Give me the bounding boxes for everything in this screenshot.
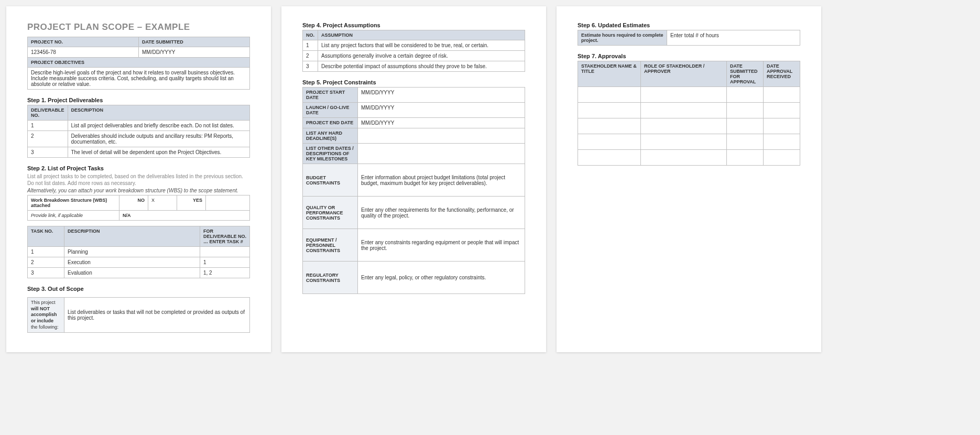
- header-task-desc: DESCRIPTION: [64, 226, 200, 247]
- cell-regulatory: Enter any legal, policy, or other regula…: [358, 262, 525, 294]
- step-6-heading: Step 6. Updated Estimates: [578, 22, 800, 28]
- wbs-link-value: N/A: [119, 211, 250, 221]
- cell-date-submitted: MM/DD/YYYY: [139, 47, 250, 58]
- wbs-no-value: X: [148, 195, 177, 211]
- cell-deliv-desc: List all project deliverables and briefl…: [68, 121, 249, 131]
- assumptions-table: NO. ASSUMPTION 1List any project factors…: [302, 30, 525, 72]
- cell-empty: [727, 150, 764, 166]
- page-1: PROJECT PLAN SCOPE – EXAMPLE PROJECT NO.…: [6, 6, 271, 352]
- cell-task-desc: Execution: [64, 257, 200, 268]
- cell-empty: [578, 134, 641, 150]
- cell-task-no: 1: [28, 247, 64, 257]
- cell-assume-desc: Describe potential impact of assumptions…: [318, 61, 525, 72]
- step-7-heading: Step 7. Approvals: [578, 53, 800, 59]
- cell-task-for: 1, 2: [200, 268, 250, 278]
- oos-side-a: This project: [31, 300, 56, 305]
- cell-deliv-no: 2: [28, 131, 68, 147]
- cell-empty: [764, 103, 800, 118]
- oos-side-b: will NOT accomplish or include: [31, 306, 57, 323]
- cell-deliv-desc: The level of detail will be dependent up…: [68, 147, 249, 158]
- table-row: 2Execution1: [28, 257, 250, 268]
- label-quality: QUALITY OR PERFORMANCE CONSTRAINTS: [303, 197, 358, 229]
- cell-empty: [764, 118, 800, 134]
- step-2-note-2: Alternatively, you can attach your work …: [27, 188, 250, 193]
- cell-assume-no: 1: [303, 40, 318, 51]
- cell-deliv-desc: Deliverables should include outputs and …: [68, 131, 249, 147]
- table-row: [578, 118, 800, 134]
- header-deliverable-desc: DESCRIPTION: [68, 105, 249, 121]
- wbs-yes-value: [206, 195, 250, 211]
- step-3-heading: Step 3. Out of Scope: [27, 286, 250, 292]
- cell-quality: Enter any other requirements for the fun…: [358, 197, 525, 229]
- cell-empty: [764, 87, 800, 103]
- cell-empty: [727, 87, 764, 103]
- cell-estimate-hours: Enter total # of hours: [667, 30, 800, 46]
- table-row: 1Planning: [28, 247, 250, 257]
- wbs-yes-label: YES: [177, 195, 206, 211]
- cell-empty: [727, 118, 764, 134]
- page-2: Step 4. Project Assumptions NO. ASSUMPTI…: [281, 6, 546, 352]
- header-stakeholder-name: STAKEHOLDER NAME & TITLE: [578, 61, 641, 87]
- cell-empty: [727, 134, 764, 150]
- constraints-table: PROJECT START DATEMM/DD/YYYY LAUNCH / GO…: [302, 87, 525, 294]
- header-task-no: TASK NO.: [28, 226, 64, 247]
- header-date-received: DATE APPROVAL RECEIVED: [764, 61, 800, 87]
- cell-empty: [641, 118, 727, 134]
- wbs-table: Work Breakdown Structure (WBS) attached …: [27, 195, 250, 221]
- oos-side-c: the following:: [31, 324, 59, 330]
- table-row: [578, 103, 800, 118]
- tasks-table: TASK NO. DESCRIPTION FOR DELIVERABLE NO.…: [27, 226, 250, 278]
- table-row: 3Evaluation1, 2: [28, 268, 250, 278]
- cell-hard-deadlines: [358, 128, 525, 144]
- table-row: 1List all project deliverables and brief…: [28, 121, 250, 131]
- header-assume-desc: ASSUMPTION: [318, 30, 525, 40]
- cell-task-no: 3: [28, 268, 64, 278]
- cell-assume-desc: Assumptions generally involve a certain …: [318, 51, 525, 61]
- label-equipment: EQUIPMENT / PERSONNEL CONSTRAINTS: [303, 229, 358, 262]
- deliverables-table: DELIVERABLE NO. DESCRIPTION 1List all pr…: [27, 105, 250, 158]
- cell-task-no: 2: [28, 257, 64, 268]
- table-row: 2Assumptions generally involve a certain…: [303, 51, 525, 61]
- table-row: 3Describe potential impact of assumption…: [303, 61, 525, 72]
- table-row: 3The level of detail will be dependent u…: [28, 147, 250, 158]
- project-info-table: PROJECT NO. DATE SUBMITTED 123456-78 MM/…: [27, 37, 250, 90]
- table-row: [578, 134, 800, 150]
- step-1-heading: Step 1. Project Deliverables: [27, 97, 250, 103]
- cell-assume-desc: List any project factors that will be co…: [318, 40, 525, 51]
- cell-empty: [764, 134, 800, 150]
- step-2-note-1: List all project tasks to be completed, …: [27, 173, 250, 187]
- label-hard-deadlines: LIST ANY HARD DEADLINE(S): [303, 128, 358, 144]
- cell-empty: [641, 103, 727, 118]
- cell-empty: [578, 118, 641, 134]
- page-3: Step 6. Updated Estimates Estimate hours…: [557, 6, 821, 352]
- cell-start-date: MM/DD/YYYY: [358, 88, 525, 103]
- header-project-objectives: PROJECT OBJECTIVES: [28, 58, 250, 68]
- oos-body: List deliverables or tasks that will not…: [64, 298, 250, 333]
- cell-assume-no: 3: [303, 61, 318, 72]
- step-4-heading: Step 4. Project Assumptions: [302, 22, 525, 28]
- oos-side: This project will NOT accomplish or incl…: [28, 298, 64, 333]
- label-estimate-hours: Estimate hours required to complete proj…: [578, 30, 667, 46]
- cell-task-for: [200, 247, 250, 257]
- wbs-link-label: Provide link, if applicable: [28, 211, 119, 221]
- header-task-for: FOR DELIVERABLE NO. … ENTER TASK #: [200, 226, 250, 247]
- step-2-heading: Step 2. List of Project Tasks: [27, 165, 250, 171]
- cell-task-desc: Evaluation: [64, 268, 200, 278]
- header-stakeholder-role: ROLE OF STAKEHOLDER / APPROVER: [641, 61, 727, 87]
- cell-empty: [641, 134, 727, 150]
- cell-empty: [578, 150, 641, 166]
- table-row: [578, 87, 800, 103]
- step-5-heading: Step 5. Project Constraints: [302, 79, 525, 85]
- cell-project-no: 123456-78: [28, 47, 139, 58]
- cell-golive-date: MM/DD/YYYY: [358, 103, 525, 118]
- cell-empty: [641, 87, 727, 103]
- cell-project-objectives: Describe high-level goals of the project…: [28, 68, 250, 90]
- cell-task-desc: Planning: [64, 247, 200, 257]
- approvals-table: STAKEHOLDER NAME & TITLE ROLE OF STAKEHO…: [578, 61, 800, 166]
- label-regulatory: REGULATORY CONSTRAINTS: [303, 262, 358, 294]
- cell-deliv-no: 1: [28, 121, 68, 131]
- cell-task-for: 1: [200, 257, 250, 268]
- label-end-date: PROJECT END DATE: [303, 118, 358, 128]
- cell-budget: Enter information about project budget l…: [358, 164, 525, 197]
- cell-deliv-no: 3: [28, 147, 68, 158]
